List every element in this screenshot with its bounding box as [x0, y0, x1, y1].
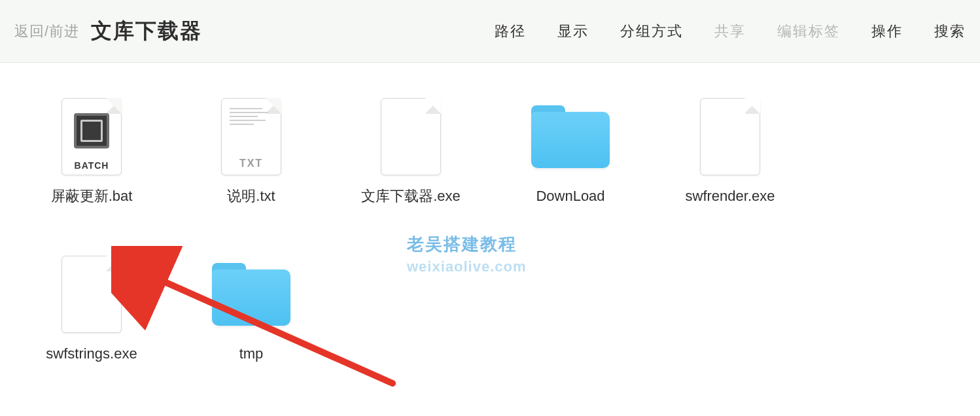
- file-item-exe-main[interactable]: 文库下载器.exe: [331, 94, 491, 206]
- file-grid: BATCH 屏蔽更新.bat TXT 说明.txt 文库下载器.exe Down…: [0, 63, 980, 409]
- file-label: swfstrings.exe: [46, 345, 137, 364]
- watermark-line1: 老吴搭建教程: [407, 233, 527, 256]
- folder-icon: [531, 94, 610, 179]
- file-item-swfrender[interactable]: swfrender.exe: [650, 94, 810, 206]
- file-item-download-folder[interactable]: DownLoad: [491, 94, 650, 206]
- toolbar: 返回/前进 文库下载器 路径 显示 分组方式 共享 编辑标签 操作 搜索: [0, 0, 980, 63]
- toolbar-group[interactable]: 分组方式: [620, 22, 683, 41]
- toolbar-right: 路径 显示 分组方式 共享 编辑标签 操作 搜索: [495, 22, 966, 41]
- nav-back-forward[interactable]: 返回/前进: [14, 22, 79, 41]
- folder-icon: [212, 252, 290, 337]
- file-label: swfrender.exe: [686, 187, 775, 206]
- txt-file-icon: TXT: [221, 94, 281, 179]
- file-label: 说明.txt: [227, 187, 275, 206]
- file-item-swfstrings[interactable]: swfstrings.exe: [12, 252, 171, 364]
- file-label: 文库下载器.exe: [361, 187, 461, 206]
- file-item-txt[interactable]: TXT 说明.txt: [171, 94, 331, 206]
- file-item-tmp-folder[interactable]: tmp: [171, 252, 331, 364]
- toolbar-left: 返回/前进 文库下载器: [14, 17, 202, 46]
- file-label: DownLoad: [536, 187, 604, 206]
- toolbar-view[interactable]: 显示: [557, 22, 589, 41]
- generic-file-icon: [700, 94, 760, 179]
- toolbar-edit-tags: 编辑标签: [777, 22, 840, 41]
- file-label: 屏蔽更新.bat: [51, 187, 133, 206]
- toolbar-share: 共享: [714, 22, 746, 41]
- generic-file-icon: [61, 252, 122, 337]
- toolbar-search[interactable]: 搜索: [934, 22, 966, 41]
- generic-file-icon: [381, 94, 441, 179]
- window-title: 文库下载器: [91, 17, 202, 46]
- file-item-bat[interactable]: BATCH 屏蔽更新.bat: [12, 94, 171, 206]
- file-label: tmp: [239, 345, 264, 364]
- watermark-overlay: 老吴搭建教程 weixiaolive.com: [407, 233, 527, 275]
- watermark-line2: weixiaolive.com: [407, 258, 527, 275]
- toolbar-path[interactable]: 路径: [495, 22, 526, 41]
- toolbar-action[interactable]: 操作: [871, 22, 903, 41]
- batch-file-icon: BATCH: [61, 94, 122, 179]
